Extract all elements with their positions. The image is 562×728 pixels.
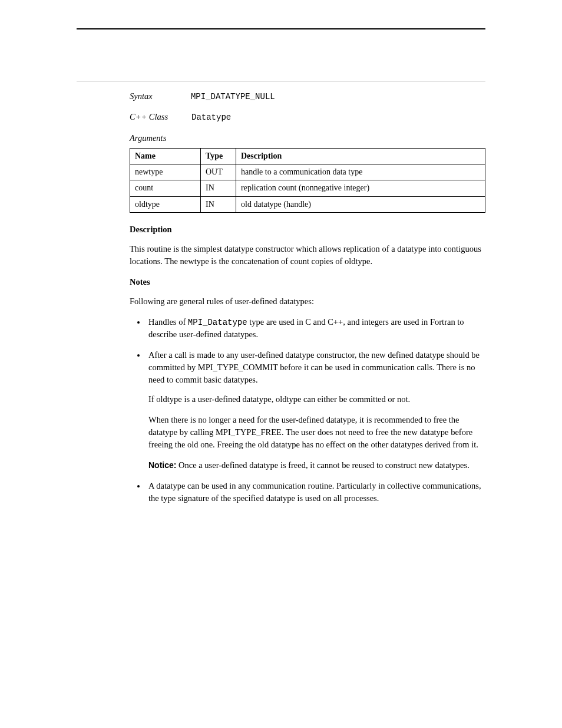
arguments-heading: Arguments: [130, 132, 485, 144]
arg-desc: replication count (nonnegative integer): [236, 180, 485, 196]
arg-type: OUT: [201, 164, 236, 180]
header-name: Name: [130, 148, 201, 164]
arg-desc: old datatype (handle): [236, 196, 485, 212]
syntax-label: Syntax: [130, 91, 153, 101]
notice-text: Once a user-defined datatype is freed, i…: [176, 460, 469, 470]
link-type-commit[interactable]: MPI_TYPE_COMMIT: [198, 363, 278, 372]
arg-type: IN: [201, 180, 236, 196]
link-type-free[interactable]: MPI_TYPE_FREE: [216, 427, 282, 437]
notes-intro: Following are general rules of user-defi…: [130, 295, 485, 308]
header-type: Type: [201, 148, 236, 164]
notes-bullets: Handles of MPI_Datatype type are used in…: [130, 316, 485, 386]
description-text: This routine is the simplest datatype co…: [130, 243, 485, 268]
top-rule: [77, 28, 485, 29]
notes-bullets-2: A datatype can be used in any communicat…: [130, 480, 485, 505]
table-row: count IN replication count (nonnegative …: [130, 180, 485, 196]
class-line: C++ Class Datatype: [130, 111, 485, 123]
notice-label: Notice:: [148, 460, 176, 470]
arguments-table: Name Type Description newtype OUT handle…: [130, 148, 485, 213]
syntax-code: MPI_DATATYPE_NULL: [191, 92, 275, 101]
class-code: Datatype: [191, 113, 231, 122]
arg-name: count: [130, 180, 201, 196]
table-row: oldtype IN old datatype (handle): [130, 196, 485, 212]
list-item: After a call is made to any user-defined…: [146, 349, 485, 386]
header-desc: Description: [236, 148, 485, 164]
class-label: C++ Class: [130, 112, 168, 121]
notice-block: Notice: Once a user-defined datatype is …: [148, 459, 485, 472]
description-heading: Description: [130, 223, 485, 236]
table-row: newtype OUT handle to a communication da…: [130, 164, 485, 180]
notes-heading: Notes: [130, 276, 485, 288]
continue-para-1: If oldtype is a user-defined datatype, o…: [148, 393, 485, 406]
sub-rule: [77, 81, 485, 82]
arg-name: newtype: [130, 164, 201, 180]
syntax-line: Syntax MPI_DATATYPE_NULL: [130, 90, 485, 103]
list-item: Handles of MPI_Datatype type are used in…: [146, 316, 485, 341]
table-header-row: Name Type Description: [130, 148, 485, 164]
arg-type: IN: [201, 196, 236, 212]
list-item: A datatype can be used in any communicat…: [146, 480, 485, 505]
code-inline: MPI_Datatype: [188, 318, 247, 327]
continue-para-2: When there is no longer a need for the u…: [148, 414, 485, 451]
content-body: Syntax MPI_DATATYPE_NULL C++ Class Datat…: [130, 90, 485, 505]
arg-name: oldtype: [130, 196, 201, 212]
arg-desc: handle to a communication data type: [236, 164, 485, 180]
